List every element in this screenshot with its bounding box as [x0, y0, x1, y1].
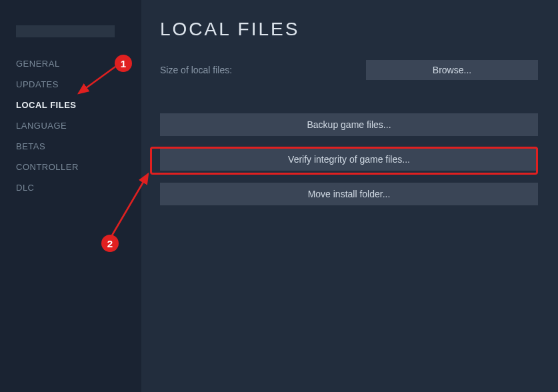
main-panel: LOCAL FILES Size of local files: Browse.…: [141, 0, 558, 392]
sidebar-item-dlc[interactable]: DLC: [16, 177, 141, 198]
sidebar-header-placeholder: [16, 25, 115, 37]
annotation-badge-1: 1: [115, 55, 132, 72]
backup-button[interactable]: Backup game files...: [160, 113, 538, 136]
browse-button[interactable]: Browse...: [366, 60, 538, 80]
sidebar-item-controller[interactable]: CONTROLLER: [16, 157, 141, 177]
size-label: Size of local files:: [160, 65, 232, 75]
sidebar-item-updates[interactable]: UPDATES: [16, 74, 141, 95]
annotation-badge-2: 2: [101, 235, 119, 252]
sidebar-item-language[interactable]: LANGUAGE: [16, 115, 141, 136]
verify-button[interactable]: Verify integrity of game files...: [160, 148, 538, 171]
move-folder-button[interactable]: Move install folder...: [160, 183, 538, 205]
page-title: LOCAL FILES: [160, 19, 538, 40]
sidebar-item-betas[interactable]: BETAS: [16, 136, 141, 157]
sidebar-item-local-files[interactable]: LOCAL FILES: [16, 95, 141, 115]
size-row: Size of local files: Browse...: [160, 60, 538, 80]
